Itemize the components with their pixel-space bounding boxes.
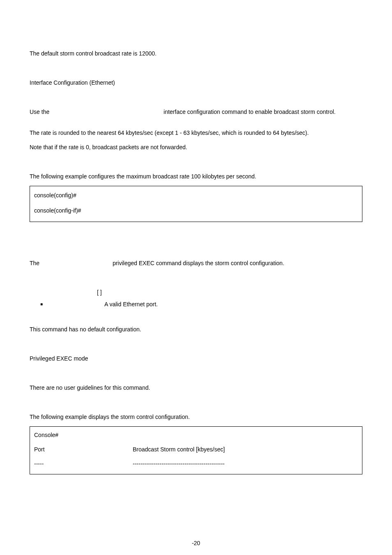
console-prompt: Console# [34,431,133,439]
guideline-1-suffix: interface configuration command to enabl… [164,109,336,115]
guideline-line-1: Use the interface configuration command … [30,108,362,116]
command-description: The privileged EXEC command displays the… [30,259,362,268]
command-mode-text-2: Privileged EXEC mode [30,354,362,363]
example-intro-1: The following example configures the max… [30,172,362,181]
default-config-text: The default storm control broadcast rate… [30,49,362,58]
table-row: ----- ----------------------------------… [34,460,358,468]
syntax-bracket-text: [ ] [97,289,102,296]
example-code-box-2: Console# Port Broadcast Storm control [k… [30,426,362,474]
guideline-1-prefix: Use the [30,109,49,115]
syntax-bullet-text: A valid Ethernet port. [104,300,158,309]
example-code-box-1: console(config)# console(config-if)# [30,186,362,222]
document-page: The default storm control broadcast rate… [0,0,392,555]
divider-dashes: ----------------------------------------… [133,460,358,468]
table-row: Port Broadcast Storm control [kbyes/sec] [34,445,358,454]
divider-dashes: ----- [34,460,133,468]
bullet-icon: ■ [40,300,43,308]
desc-prefix: The [30,260,39,266]
code-line: console(config-if)# [34,206,358,215]
col-port: Port [34,445,133,454]
example-intro-2: The following example displays the storm… [30,413,362,421]
desc-suffix: privileged EXEC command displays the sto… [113,260,284,266]
default-config-text-2: This command has no default configuratio… [30,325,362,334]
guideline-line-2: The rate is rounded to the nearest 64 kb… [30,129,362,137]
guideline-line-3: Note that if the rate is 0, broadcast pa… [30,143,362,152]
code-line: console(config)# [34,191,358,200]
command-mode-text-1: Interface Configuration (Ethernet) [30,79,362,87]
table-row: Console# [34,431,358,439]
col-broadcast: Broadcast Storm control [kbyes/sec] [133,445,358,454]
user-guidelines-text: There are no user guidelines for this co… [30,384,362,392]
page-number: -20 [0,539,392,548]
syntax-bullet-row: ■ A valid Ethernet port. [40,300,362,309]
syntax-brackets: [ ] [79,288,362,297]
